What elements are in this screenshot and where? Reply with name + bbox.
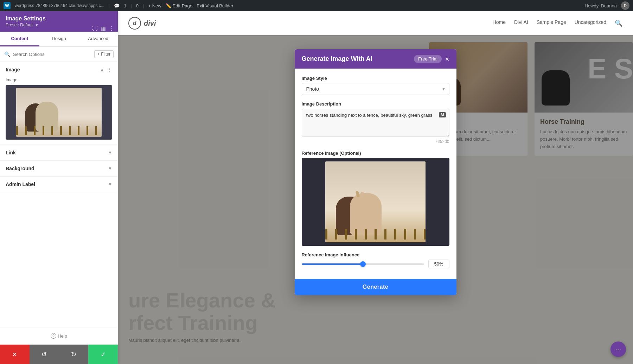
admin-bar: W wordpress-784896-3766464.cloudwaysapps… bbox=[0, 0, 633, 11]
panel-title: Image Settings bbox=[6, 15, 112, 22]
influence-slider-group: Reference Image Influence 50% bbox=[302, 252, 449, 268]
admin-label-label: Admin Label bbox=[6, 181, 35, 187]
search-bar: 🔍 + Filter bbox=[0, 47, 118, 62]
image-style-select-wrapper: Photo Illustration Painting Sketch 3D Re… bbox=[302, 83, 449, 95]
tab-content[interactable]: Content bbox=[0, 32, 39, 46]
textarea-wrapper: AI bbox=[302, 109, 449, 138]
notif-count[interactable]: 0 bbox=[136, 3, 139, 8]
generate-button[interactable]: Generate bbox=[295, 279, 456, 295]
nav-home[interactable]: Home bbox=[493, 19, 506, 27]
image-preview-container: Image bbox=[6, 77, 112, 145]
image-description-label: Image Description bbox=[302, 101, 449, 107]
section-more-icon[interactable]: ⋮ bbox=[107, 67, 112, 72]
admin-label-chevron-icon: ▼ bbox=[108, 182, 112, 187]
link-label: Link bbox=[6, 150, 16, 155]
image-style-label: Image Style bbox=[302, 76, 449, 81]
panel-tabs: Content Design Advanced bbox=[0, 32, 118, 47]
admin-separator-1: | bbox=[109, 3, 110, 8]
panel-header: Image Settings Preset: Default ▼ ⛶ ▦ ⋮ bbox=[0, 11, 118, 32]
wp-nav: d divi Home Divi AI Sample Page Uncatego… bbox=[118, 11, 633, 35]
panel-header-icons: ⛶ ▦ ⋮ bbox=[92, 25, 114, 32]
site-url[interactable]: wordpress-784896-3766464.cloudwaysapps.c… bbox=[15, 3, 104, 8]
background-section[interactable]: Background ▼ bbox=[0, 161, 118, 177]
wp-logo-icon[interactable]: W bbox=[4, 2, 11, 9]
pencil-icon: ✏️ bbox=[166, 3, 171, 8]
slider-track[interactable] bbox=[302, 263, 424, 265]
modal-title: Generate Image With AI bbox=[302, 55, 372, 63]
image-section-header[interactable]: Image ▲ ⋮ bbox=[6, 62, 112, 77]
divi-text: divi bbox=[144, 19, 156, 27]
panel-bottom: ? Help bbox=[0, 327, 118, 344]
save-button[interactable]: ✓ bbox=[88, 345, 118, 364]
slider-thumb[interactable] bbox=[360, 261, 366, 267]
divi-d-icon: d bbox=[128, 17, 141, 30]
link-chevron-icon: ▼ bbox=[108, 150, 112, 155]
nav-divi-ai[interactable]: Divi AI bbox=[514, 19, 528, 27]
cancel-button[interactable]: ✕ bbox=[0, 345, 30, 364]
tab-design[interactable]: Design bbox=[39, 32, 79, 46]
reference-image bbox=[325, 161, 426, 242]
slider-row: 50% bbox=[302, 260, 449, 268]
influence-value: 50% bbox=[428, 260, 449, 268]
fab-dots-icon: ··· bbox=[615, 345, 621, 353]
ai-badge: AI bbox=[439, 112, 446, 117]
image-section: Image ▲ ⋮ Image bbox=[0, 62, 118, 145]
reference-image-group: Reference Image (Optional) bbox=[302, 151, 449, 246]
link-section[interactable]: Link ▼ bbox=[0, 145, 118, 161]
left-panel: Image Settings Preset: Default ▼ ⛶ ▦ ⋮ C… bbox=[0, 11, 118, 364]
image-preview[interactable] bbox=[6, 85, 112, 140]
background-chevron-icon: ▼ bbox=[108, 166, 112, 171]
nav-uncategorized[interactable]: Uncategorized bbox=[575, 19, 606, 27]
preview-image bbox=[16, 88, 101, 137]
influence-label: Reference Image Influence bbox=[302, 252, 449, 257]
new-button[interactable]: + New bbox=[148, 3, 161, 8]
image-description-group: Image Description AI 63/200 bbox=[302, 101, 449, 144]
preset-arrow-icon: ▼ bbox=[35, 23, 38, 27]
divi-logo: d divi bbox=[128, 17, 156, 30]
modal-body: Image Style Photo Illustration Painting … bbox=[295, 69, 456, 279]
page-body: E S Horse Lorem ipsum dolor sit amet, co… bbox=[118, 35, 633, 364]
background-label: Background bbox=[6, 166, 34, 171]
admin-separator-3: | bbox=[143, 3, 144, 8]
image-style-select[interactable]: Photo Illustration Painting Sketch 3D Re… bbox=[302, 83, 449, 95]
help-link[interactable]: ? Help bbox=[6, 333, 112, 339]
undo-button[interactable]: ↺ bbox=[30, 345, 59, 364]
fence-preview bbox=[16, 126, 101, 135]
fullscreen-icon[interactable]: ⛶ bbox=[92, 25, 98, 32]
reference-image-container[interactable] bbox=[302, 158, 449, 246]
section-icons: ▲ ⋮ bbox=[100, 67, 112, 72]
more-options-icon[interactable]: ⋮ bbox=[109, 25, 114, 32]
tab-advanced[interactable]: Advanced bbox=[78, 32, 118, 46]
filter-button[interactable]: + Filter bbox=[94, 50, 114, 58]
comment-count[interactable]: 1 bbox=[124, 3, 126, 8]
admin-separator-2: | bbox=[130, 3, 132, 8]
description-textarea[interactable] bbox=[302, 109, 449, 137]
reference-image-label: Reference Image (Optional) bbox=[302, 151, 449, 156]
modal-header-right: Free Trial × bbox=[414, 55, 449, 63]
collapse-icon[interactable]: ▲ bbox=[100, 67, 104, 72]
image-section-title: Image bbox=[6, 67, 20, 72]
help-circle-icon: ? bbox=[51, 333, 56, 339]
redo-button[interactable]: ↻ bbox=[59, 345, 89, 364]
exit-visual-builder-button[interactable]: Exit Visual Builder bbox=[197, 3, 234, 8]
image-style-group: Image Style Photo Illustration Painting … bbox=[302, 76, 449, 95]
image-label: Image bbox=[6, 77, 112, 82]
modal-overlay: Generate Image With AI Free Trial × Imag… bbox=[118, 35, 633, 364]
generate-image-modal: Generate Image With AI Free Trial × Imag… bbox=[295, 49, 456, 295]
ref-fence bbox=[325, 229, 426, 240]
char-count: 63/200 bbox=[302, 139, 449, 144]
modal-close-button[interactable]: × bbox=[445, 56, 449, 63]
search-input[interactable] bbox=[13, 52, 91, 57]
modal-header: Generate Image With AI Free Trial × bbox=[295, 49, 456, 69]
admin-label-section[interactable]: Admin Label ▼ bbox=[0, 177, 118, 192]
free-trial-badge[interactable]: Free Trial bbox=[414, 55, 442, 63]
avatar: D bbox=[621, 1, 629, 10]
nav-sample-page[interactable]: Sample Page bbox=[537, 19, 566, 27]
columns-icon[interactable]: ▦ bbox=[101, 25, 106, 32]
search-icon: 🔍 bbox=[4, 51, 10, 57]
wp-nav-links: Home Divi AI Sample Page Uncategorized 🔍 bbox=[493, 19, 622, 27]
nav-search-icon[interactable]: 🔍 bbox=[615, 19, 622, 27]
fab-button[interactable]: ··· bbox=[610, 341, 626, 357]
comment-icon: 💬 bbox=[114, 3, 120, 8]
edit-page-button[interactable]: ✏️ Edit Page bbox=[166, 3, 192, 8]
